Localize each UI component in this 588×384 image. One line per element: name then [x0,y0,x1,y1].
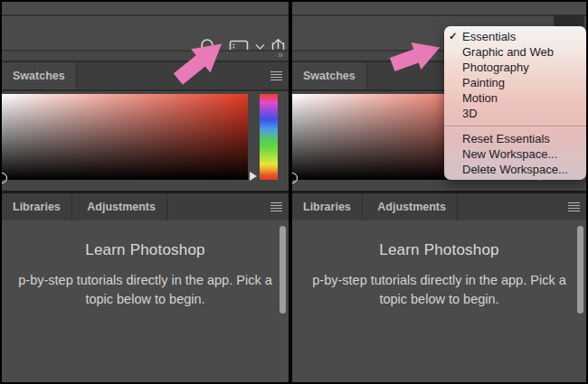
menu-item-label: Photography [462,61,529,74]
panel-menu-icon[interactable] [270,71,282,81]
photoshop-panel-before: » Swatches Libraries Adjustments Learn P… [2,2,289,382]
tab-swatches[interactable]: Swatches [2,62,77,89]
scrollbar-thumb[interactable] [577,226,583,314]
window-chrome-strip [2,2,289,14]
color-selector-circle[interactable] [292,173,298,183]
color-selector-circle[interactable] [2,173,7,183]
tab-swatches[interactable]: Swatches [292,62,367,89]
libraries-tab-bar: Libraries Adjustments [292,193,586,220]
menu-item-graphic-and-web[interactable]: Graphic and Web [444,44,586,60]
panel-menu-icon[interactable] [270,202,282,212]
options-bar [2,16,289,50]
libraries-tab-bar: Libraries Adjustments [2,193,289,220]
tab-libraries[interactable]: Libraries [292,193,363,220]
color-picker-panel [2,91,289,191]
learn-title: Learn Photoshop [2,241,289,259]
menu-item-label: Reset Essentials [462,132,550,145]
menu-item-label: Motion [462,91,498,105]
learn-description: p-by-step tutorials directly in the app.… [2,271,289,309]
screenshot-comparison: » Swatches Libraries Adjustments Learn P… [0,0,588,384]
menu-separator [444,126,586,126]
annotation-arrow-left [168,34,232,89]
menu-item-delete-workspace[interactable]: Delete Workspace... [444,162,586,177]
tab-libraries[interactable]: Libraries [2,193,72,220]
scrollbar-thumb[interactable] [280,226,286,314]
learn-title: Learn Photoshop [292,241,586,259]
tab-adjustments[interactable]: Adjustments [76,193,167,220]
menu-item-new-workspace[interactable]: New Workspace... [444,146,586,162]
learn-panel: Learn Photoshop p-by-step tutorials dire… [292,221,586,382]
collapse-panels-icon[interactable]: » [278,49,282,60]
hue-strip[interactable] [260,94,278,180]
menu-item-painting[interactable]: Painting [444,75,586,90]
swatches-tab-bar: Swatches [2,62,289,89]
menu-item-label: New Workspace... [462,147,557,161]
menu-item-label: Essentials [462,30,516,43]
workspace-dropdown-menu: ✓EssentialsGraphic and WebPhotographyPai… [444,26,586,180]
checkmark-icon: ✓ [449,29,458,44]
hue-slider-handle[interactable] [250,172,257,181]
window-chrome-strip [292,2,586,14]
learn-panel: Learn Photoshop p-by-step tutorials dire… [2,221,289,382]
menu-item-label: Graphic and Web [462,45,554,59]
menu-item-3d[interactable]: 3D [444,106,586,121]
annotation-arrow-right [386,32,450,81]
menu-item-photography[interactable]: Photography [444,60,586,75]
menu-item-motion[interactable]: Motion [444,90,586,106]
menu-item-reset-essentials[interactable]: Reset Essentials [444,131,586,146]
panel-menu-icon[interactable] [568,202,580,212]
menu-item-label: Delete Workspace... [462,163,568,176]
learn-description: p-by-step tutorials directly in the app.… [292,271,586,309]
menu-item-label: Painting [462,76,505,89]
tab-adjustments[interactable]: Adjustments [366,193,458,220]
saturation-brightness-field[interactable] [2,94,248,180]
panel-dock-strip: » [2,52,289,61]
menu-item-essentials[interactable]: ✓Essentials [444,29,586,44]
menu-item-label: 3D [462,107,478,120]
